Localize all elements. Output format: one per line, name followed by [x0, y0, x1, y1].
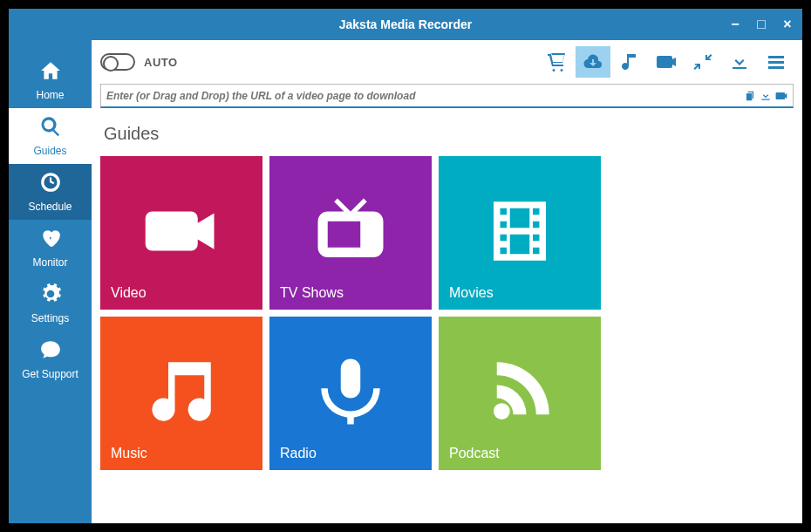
- tile-podcast[interactable]: Podcast: [439, 317, 601, 470]
- cloud-download-button[interactable]: [576, 46, 610, 78]
- heartbeat-icon: [39, 227, 62, 253]
- window-title: Jaksta Media Recorder: [339, 17, 473, 31]
- sidebar-item-settings[interactable]: Settings: [9, 276, 92, 331]
- copy-icon[interactable]: [744, 90, 756, 102]
- rss-icon: [480, 352, 559, 434]
- music-icon: [142, 352, 221, 434]
- tile-label: Music: [111, 446, 147, 461]
- tiles-grid: Video TV Shows Movies: [100, 156, 794, 470]
- minimize-button[interactable]: −: [727, 17, 743, 32]
- tile-video[interactable]: Video: [100, 156, 262, 310]
- sidebar-item-home[interactable]: Home: [9, 52, 92, 108]
- sidebar: Home Guides Schedule Monitor: [9, 40, 92, 523]
- sidebar-item-guides[interactable]: Guides: [9, 108, 92, 164]
- sidebar-item-support[interactable]: Get Support: [9, 331, 92, 387]
- main-content: AUTO: [92, 40, 802, 523]
- auto-toggle[interactable]: [100, 53, 135, 71]
- sidebar-item-label: Schedule: [28, 201, 72, 213]
- sidebar-item-label: Guides: [33, 145, 66, 157]
- record-small-icon[interactable]: [775, 90, 787, 102]
- tile-tvshows[interactable]: TV Shows: [269, 156, 432, 310]
- app-window: Jaksta Media Recorder − □ × Home Guides: [9, 9, 802, 523]
- close-button[interactable]: ×: [780, 17, 795, 32]
- music-button[interactable]: [612, 46, 647, 78]
- tile-music[interactable]: Music: [100, 317, 262, 470]
- search-icon: [39, 115, 62, 141]
- tile-radio[interactable]: Radio: [269, 317, 432, 470]
- tile-movies[interactable]: Movies: [439, 156, 601, 310]
- auto-label: AUTO: [144, 56, 178, 69]
- tile-label: TV Shows: [280, 285, 344, 301]
- mic-icon: [311, 352, 390, 434]
- gear-icon: [39, 283, 62, 309]
- download-button[interactable]: [722, 46, 757, 78]
- titlebar: Jaksta Media Recorder − □ ×: [9, 9, 802, 40]
- sidebar-item-schedule[interactable]: Schedule: [9, 164, 92, 220]
- url-input[interactable]: [106, 90, 739, 102]
- download-small-icon[interactable]: [760, 90, 772, 102]
- tile-label: Movies: [449, 285, 494, 301]
- chat-icon: [39, 338, 62, 365]
- toolbar: AUTO: [100, 40, 794, 84]
- tv-icon: [311, 192, 390, 274]
- home-icon: [39, 59, 62, 85]
- maximize-button[interactable]: □: [753, 17, 769, 32]
- video-button[interactable]: [649, 46, 684, 78]
- tile-label: Video: [111, 285, 147, 301]
- sidebar-item-label: Monitor: [32, 256, 67, 269]
- url-bar: [100, 84, 794, 108]
- video-icon: [142, 192, 221, 274]
- sidebar-item-label: Settings: [31, 312, 69, 324]
- cart-button[interactable]: [539, 46, 574, 78]
- collapse-button[interactable]: [685, 46, 720, 78]
- sidebar-item-label: Home: [36, 89, 64, 101]
- tile-label: Podcast: [449, 446, 500, 461]
- menu-button[interactable]: [759, 46, 794, 78]
- page-title: Guides: [100, 124, 794, 144]
- film-icon: [480, 192, 559, 274]
- tile-label: Radio: [280, 446, 317, 461]
- clock-icon: [39, 171, 62, 197]
- sidebar-item-monitor[interactable]: Monitor: [9, 220, 92, 276]
- sidebar-item-label: Get Support: [22, 368, 78, 380]
